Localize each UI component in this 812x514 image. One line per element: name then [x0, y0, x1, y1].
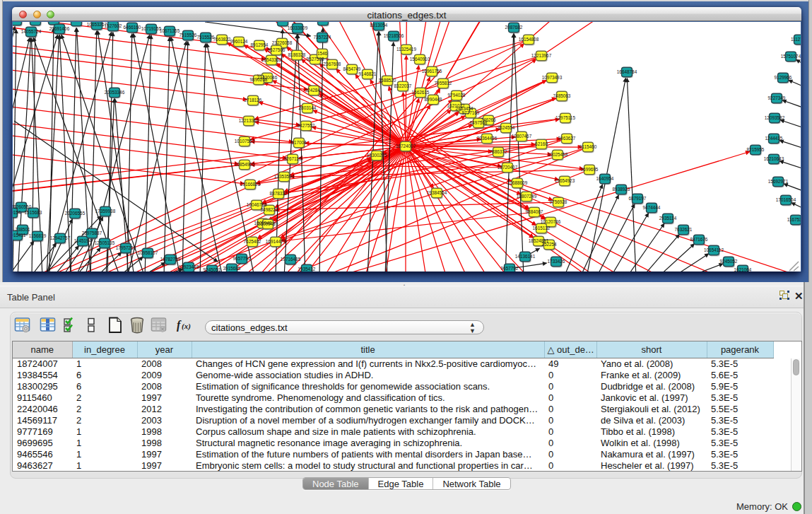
svg-text:16782759: 16782759 — [160, 257, 181, 262]
svg-text:9242848: 9242848 — [305, 88, 323, 93]
svg-text:8186328: 8186328 — [288, 52, 306, 57]
svg-text:7357224: 7357224 — [314, 35, 331, 40]
svg-text:1515683: 1515683 — [25, 210, 42, 215]
svg-text:19654923: 19654923 — [555, 178, 575, 183]
svg-text:2367608: 2367608 — [324, 62, 341, 66]
svg-text:9527508: 9527508 — [307, 57, 324, 62]
svg-text:8938923: 8938923 — [613, 187, 630, 192]
svg-text:16099489: 16099489 — [258, 221, 278, 226]
svg-text:17359938: 17359938 — [95, 209, 116, 214]
svg-text:16154808: 16154808 — [519, 37, 539, 42]
svg-text:1156819: 1156819 — [29, 233, 47, 238]
svg-text:12942757: 12942757 — [50, 235, 71, 240]
svg-text:1621064: 1621064 — [734, 267, 752, 271]
svg-text:1112704: 1112704 — [791, 37, 801, 42]
svg-text:16914479: 16914479 — [266, 239, 286, 244]
svg-text:1562615: 1562615 — [412, 90, 430, 95]
svg-text:8878332: 8878332 — [270, 191, 288, 196]
svg-text:1588520: 1588520 — [379, 78, 396, 83]
svg-text:20364436: 20364436 — [477, 136, 498, 141]
svg-text:1640954: 1640954 — [596, 176, 614, 181]
svg-text:10973493: 10973493 — [542, 75, 563, 80]
svg-text:10107553: 10107553 — [235, 139, 255, 144]
svg-text:1621072: 1621072 — [447, 103, 465, 108]
svg-text:8322037: 8322037 — [394, 83, 412, 88]
svg-text:11325419: 11325419 — [396, 47, 416, 52]
svg-text:62160: 62160 — [535, 141, 548, 146]
svg-text:18724007: 18724007 — [396, 144, 416, 148]
svg-text:20206555: 20206555 — [65, 211, 86, 216]
svg-text:3915411: 3915411 — [13, 233, 26, 238]
svg-text:14055724: 14055724 — [21, 29, 42, 34]
svg-text:9463627: 9463627 — [558, 136, 576, 141]
svg-text:1145194: 1145194 — [74, 238, 92, 243]
svg-text:8471676: 8471676 — [690, 237, 708, 242]
svg-text:917004: 917004 — [291, 140, 307, 145]
svg-text:7515526: 7515526 — [197, 35, 215, 40]
svg-text:19218506: 19218506 — [384, 33, 404, 38]
svg-text:9777169: 9777169 — [462, 110, 480, 115]
svg-text:7632621: 7632621 — [675, 227, 693, 232]
svg-text:8912954: 8912954 — [251, 42, 269, 47]
svg-text:1167534: 1167534 — [787, 217, 801, 222]
svg-text:10046786: 10046786 — [247, 202, 267, 207]
svg-text:252254: 252254 — [541, 242, 557, 247]
svg-text:9527506: 9527506 — [268, 47, 286, 52]
svg-text:10688609: 10688609 — [507, 180, 528, 185]
svg-text:23975887: 23975887 — [82, 230, 102, 235]
svg-text:19384554: 19384554 — [427, 190, 447, 195]
svg-text:12505135: 12505135 — [95, 240, 115, 245]
svg-text:7955812: 7955812 — [435, 81, 452, 86]
svg-text:7886372: 7886372 — [490, 149, 507, 154]
svg-text:8427552: 8427552 — [298, 123, 315, 128]
svg-text:17957255: 17957255 — [116, 245, 136, 250]
svg-text:3624554: 3624554 — [498, 125, 515, 130]
svg-text:10958107: 10958107 — [138, 250, 158, 255]
svg-text:19166825: 19166825 — [240, 182, 261, 187]
svg-text:20691406: 20691406 — [49, 26, 70, 31]
svg-text:16543362: 16543362 — [261, 57, 282, 62]
svg-text:9139154: 9139154 — [13, 210, 21, 215]
svg-text:10807467: 10807467 — [512, 134, 532, 139]
svg-text:9146821: 9146821 — [359, 71, 377, 76]
svg-text:9890268: 9890268 — [250, 77, 268, 82]
svg-text:9794028: 9794028 — [448, 93, 466, 98]
svg-text:10854905: 10854905 — [235, 162, 255, 167]
svg-text:9699695: 9699695 — [581, 167, 599, 172]
svg-text:8990448: 8990448 — [425, 97, 442, 102]
svg-text:15751074: 15751074 — [781, 54, 801, 59]
svg-text:7663822: 7663822 — [213, 37, 231, 42]
svg-text:3915685: 3915685 — [223, 266, 241, 271]
svg-text:10025458: 10025458 — [548, 152, 568, 157]
svg-text:9115460: 9115460 — [579, 144, 597, 149]
svg-text:6466160: 6466160 — [124, 25, 141, 30]
svg-text:12213369: 12213369 — [239, 118, 259, 123]
svg-text:15692971: 15692971 — [768, 179, 789, 184]
svg-text:7515526: 7515526 — [180, 33, 197, 37]
svg-text:14136141: 14136141 — [515, 254, 536, 259]
svg-text:18720407: 18720407 — [498, 165, 518, 170]
svg-text:12975115: 12975115 — [555, 115, 575, 120]
svg-text:9884067: 9884067 — [526, 209, 543, 214]
svg-text:(x): (x) — [182, 322, 191, 331]
svg-text:9474444: 9474444 — [643, 205, 661, 210]
svg-text:19716485: 19716485 — [281, 257, 301, 262]
svg-text:7485063: 7485063 — [553, 93, 571, 98]
svg-text:16648784: 16648784 — [617, 69, 637, 74]
svg-text:1546: 1546 — [317, 51, 328, 56]
svg-text:8215955: 8215955 — [747, 147, 765, 152]
svg-text:10654112: 10654112 — [704, 247, 724, 252]
svg-text:12213967: 12213967 — [531, 53, 552, 58]
svg-text:9129966: 9129966 — [775, 75, 792, 80]
svg-text:1733426: 1733426 — [548, 259, 565, 264]
svg-text:1244415: 1244415 — [765, 136, 783, 141]
svg-text:10120746: 10120746 — [541, 219, 561, 224]
svg-text:9657792: 9657792 — [501, 266, 519, 271]
svg-text:13353594: 13353594 — [274, 174, 295, 179]
svg-text:9245052: 9245052 — [720, 259, 738, 264]
svg-text:9960124: 9960124 — [230, 39, 248, 44]
svg-text:9245051: 9245051 — [204, 267, 221, 271]
svg-text:2935114: 2935114 — [659, 216, 677, 221]
svg-text:10671355: 10671355 — [160, 28, 180, 33]
svg-text:12923448: 12923448 — [179, 264, 199, 269]
